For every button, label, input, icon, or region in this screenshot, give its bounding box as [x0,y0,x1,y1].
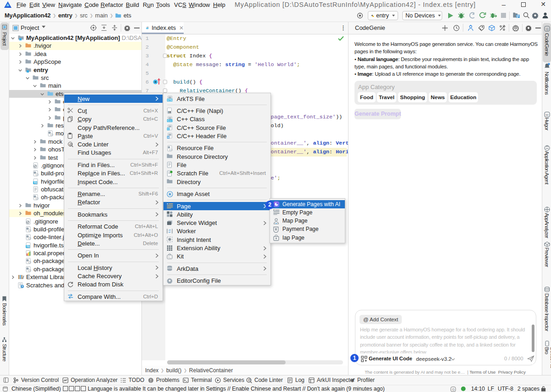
svg-text:H: H [546,113,548,117]
svg-text:{}: {} [35,173,39,176]
svg-text:ETS: ETS [168,99,172,101]
svg-text:C: C [168,128,169,130]
svg-text:{}: {} [50,133,53,136]
svg-text:G: G [452,388,454,391]
svg-text:{}: {} [28,269,31,272]
svg-text:{}: {} [28,261,31,264]
svg-text:TS: TS [34,181,37,184]
svg-text:{}: {} [28,229,31,232]
svg-text:TS: TS [26,245,29,248]
svg-text:{}: {} [35,197,39,200]
svg-text:{}: {} [28,237,31,240]
svg-text:H: H [168,136,169,139]
svg-text:@: @ [247,378,251,381]
svg-text:ETS: ETS [146,28,149,29]
svg-text:C++: C++ [168,119,172,122]
svg-text:>_: >_ [168,256,171,259]
svg-text:G: G [546,28,548,31]
svg-text:{): {) [169,148,173,151]
